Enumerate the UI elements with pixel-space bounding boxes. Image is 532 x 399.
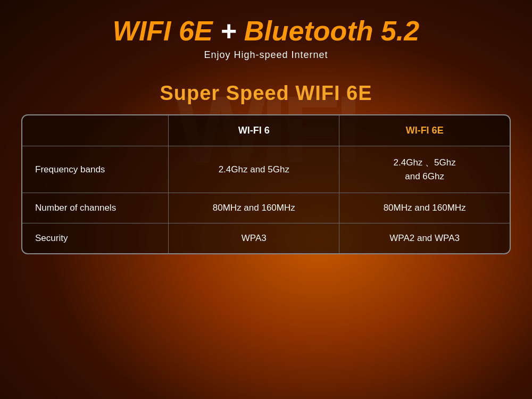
row-label-2: Security [22, 223, 169, 254]
table-row: Frequency bands2.4Ghz and 5Ghz2.4Ghz 、5G… [22, 146, 510, 193]
title-bt-part: Bluetooth 5.2 [244, 15, 419, 46]
row-wifi6-value-1: 80MHz and 160MHz [169, 193, 339, 223]
row-wifi6e-value-2: WPA2 and WPA3 [339, 223, 510, 254]
page-title: WIFI 6E + Bluetooth 5.2 [113, 16, 419, 46]
row-label-0: Frequency bands [22, 146, 169, 193]
title-plus-part: + [213, 15, 244, 46]
header-wifi6e: WI-FI 6E [339, 115, 510, 146]
header-wifi6: WI-FI 6 [169, 115, 339, 146]
row-wifi6-value-0: 2.4Ghz and 5Ghz [169, 146, 339, 193]
table-header-row: WI-FI 6 WI-FI 6E [22, 115, 510, 146]
table-row: Number of channels80MHz and 160MHz80MHz … [22, 193, 510, 223]
main-content: WIFI 6E + Bluetooth 5.2 Enjoy High-speed… [0, 0, 532, 254]
table-row: SecurityWPA3WPA2 and WPA3 [22, 223, 510, 254]
subtitle: Enjoy High-speed Internet [204, 49, 328, 61]
speed-section-title: Super Speed WIFI 6E [160, 82, 372, 105]
comparison-table: WI-FI 6 WI-FI 6E Frequency bands2.4Ghz a… [22, 115, 510, 253]
row-label-1: Number of channels [22, 193, 169, 223]
row-wifi6e-value-0: 2.4Ghz 、5Ghzand 6Ghz [339, 146, 510, 193]
row-wifi6-value-2: WPA3 [169, 223, 339, 254]
table-body: Frequency bands2.4Ghz and 5Ghz2.4Ghz 、5G… [22, 146, 510, 254]
title-wifi-part: WIFI 6E [113, 15, 213, 46]
comparison-table-container: WI-FI 6 WI-FI 6E Frequency bands2.4Ghz a… [21, 114, 511, 254]
header-empty-cell [22, 115, 169, 146]
row-wifi6e-value-1: 80MHz and 160MHz [339, 193, 510, 223]
